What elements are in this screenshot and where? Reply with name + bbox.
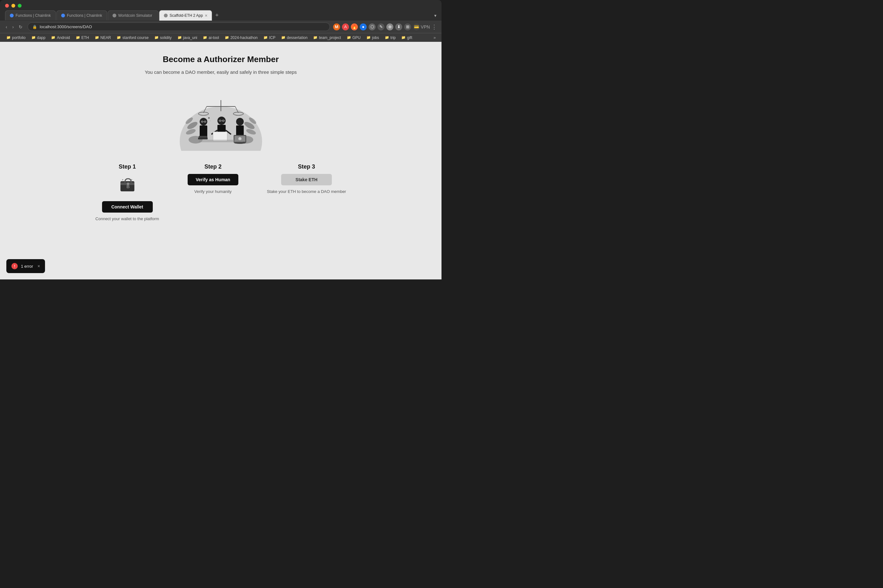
bookmark-ai-tool[interactable]: 📁 ai-tool — [200, 35, 222, 40]
extension-icon-6[interactable]: ⊕ — [386, 24, 393, 30]
bookmark-label: gift — [407, 36, 412, 40]
close-button[interactable] — [5, 4, 9, 8]
bookmark-java[interactable]: 📁 java_uni — [175, 35, 200, 40]
folder-icon: 📁 — [117, 36, 121, 40]
folder-icon: 📁 — [177, 36, 182, 40]
tab-label: Functions | Chainlink — [67, 13, 102, 18]
step-2-desc: Verify your humanity — [194, 189, 232, 194]
folder-icon: 📁 — [225, 36, 229, 40]
extension-icon-9[interactable]: 💳 — [413, 24, 420, 30]
extension-icon-4[interactable]: ⬡ — [369, 24, 375, 30]
svg-text:·: · — [210, 120, 211, 122]
step-1-title: Step 1 — [119, 164, 136, 170]
address-bar: ‹ › ↻ 🔒 localhost:3000/screens/DAO M A 🔥… — [0, 21, 442, 33]
extension-icon-1[interactable]: A — [342, 24, 349, 30]
bookmark-label: Android — [57, 36, 70, 40]
bookmark-label: solidity — [160, 36, 172, 40]
tab-close-icon[interactable]: × — [205, 13, 207, 18]
page-content: Become a Authorizer Member You can becom… — [0, 42, 442, 279]
bookmark-label: ai-tool — [209, 36, 219, 40]
connect-wallet-button[interactable]: Connect Wallet — [102, 201, 153, 213]
step-1-desc: Connect your wallet to the platform — [95, 216, 159, 221]
nav-buttons: ‹ › ↻ — [4, 23, 24, 31]
step-3-title: Step 3 — [298, 164, 315, 170]
svg-rect-36 — [199, 140, 243, 142]
new-tab-button[interactable]: + — [213, 11, 221, 20]
bookmark-solidity[interactable]: 📁 solidity — [152, 35, 174, 40]
bookmark-near[interactable]: 📁 NEAR — [92, 35, 113, 40]
tab-label: Scaffold-ETH 2 App — [170, 13, 203, 18]
reload-button[interactable]: ↻ — [17, 23, 24, 31]
bookmark-label: 2024-hackathon — [230, 36, 258, 40]
error-close-button[interactable]: × — [38, 264, 40, 268]
folder-icon: 📁 — [154, 36, 159, 40]
step-3-desc: Stake your ETH to become a DAO member — [267, 189, 346, 194]
bookmarks-more-icon[interactable]: » — [432, 34, 438, 40]
menu-button[interactable]: ⋮ — [431, 24, 438, 30]
svg-text:✦: ✦ — [207, 116, 210, 120]
svg-text:✦: ✦ — [122, 178, 124, 181]
bookmark-dessertation[interactable]: 📁 dessertation — [279, 35, 310, 40]
bookmark-portfolio[interactable]: 📁 portfolio — [4, 35, 28, 40]
tab-worldcoin[interactable]: Worldcoin Simulator — [108, 10, 158, 20]
folder-icon: 📁 — [313, 36, 318, 40]
bookmark-label: java_uni — [183, 36, 197, 40]
bookmark-label: ICP — [269, 36, 275, 40]
bookmark-label: portfolio — [12, 36, 26, 40]
step-2-title: Step 2 — [204, 164, 222, 170]
tab-favicon — [113, 14, 116, 17]
extension-icon-5[interactable]: ✎ — [377, 24, 384, 30]
back-button[interactable]: ‹ — [4, 23, 9, 31]
tab-label: Worldcoin Simulator — [118, 13, 152, 18]
folder-icon: 📁 — [32, 36, 36, 40]
bookmark-gpu[interactable]: 📁 GPU — [344, 35, 363, 40]
bookmarks-bar: 📁 portfolio 📁 dapp 📁 Android 📁 ETH 📁 NEA… — [0, 33, 442, 42]
bookmark-gift[interactable]: 📁 gift — [399, 35, 414, 40]
svg-text:✦: ✦ — [131, 178, 133, 181]
extension-icon-7[interactable]: ⬇ — [395, 24, 402, 30]
tab-functions-2[interactable]: Functions | Chainlink — [56, 10, 107, 20]
bookmark-hackathon[interactable]: 📁 2024-hackathon — [222, 35, 260, 40]
bookmark-stanford[interactable]: 📁 stanford course — [114, 35, 151, 40]
bookmark-android[interactable]: 📁 Android — [48, 35, 72, 40]
metamask-icon[interactable]: M — [333, 24, 340, 30]
tab-label: Functions | Chainlink — [15, 13, 51, 18]
extension-icon-2[interactable]: 🔥 — [351, 24, 358, 30]
step-1: Step 1 ✦ · · ✦ B Connect Wal — [95, 164, 159, 221]
stake-eth-button[interactable]: Stake ETH — [281, 174, 332, 185]
bookmark-label: NEAR — [101, 36, 111, 40]
bookmark-dapp[interactable]: 📁 dapp — [29, 35, 48, 40]
svg-text:B: B — [126, 184, 130, 189]
traffic-lights — [0, 0, 442, 10]
bookmark-icp[interactable]: 📁 ICP — [261, 35, 278, 40]
maximize-button[interactable] — [18, 4, 21, 8]
minimize-button[interactable] — [11, 4, 15, 8]
bookmark-label: dessertation — [287, 36, 308, 40]
vpn-button[interactable]: VPN — [422, 24, 429, 30]
extension-icon-8[interactable]: ⊞ — [404, 24, 411, 30]
extension-icon-3[interactable]: ● — [360, 24, 367, 30]
page-subtitle: You can become a DAO member, easily and … — [145, 69, 297, 75]
bookmark-jobs[interactable]: 📁 jobs — [364, 35, 381, 40]
tab-favicon — [61, 14, 65, 17]
verify-human-button[interactable]: Verify as Human — [188, 174, 238, 185]
bookmark-team-project[interactable]: 📁 team_project — [311, 35, 343, 40]
dao-illustration: ✦ · — [173, 87, 269, 151]
step-3: Step 3 Stake ETH Stake your ETH to becom… — [267, 164, 346, 194]
address-text: localhost:3000/screens/DAO — [40, 24, 92, 29]
error-toast: ! 1 error × — [6, 259, 45, 273]
tab-dropdown-icon[interactable]: ▾ — [434, 13, 436, 18]
bookmark-label: dapp — [37, 36, 46, 40]
tab-scaffold-eth[interactable]: Scaffold-ETH 2 App × — [159, 10, 212, 21]
tab-functions-1[interactable]: Functions | Chainlink — [5, 10, 56, 20]
bookmark-label: jobs — [372, 36, 379, 40]
steps-container: Step 1 ✦ · · ✦ B Connect Wal — [95, 164, 346, 221]
forward-button[interactable]: › — [11, 23, 16, 31]
bookmark-trip[interactable]: 📁 trip — [382, 35, 398, 40]
lock-icon: 🔒 — [32, 25, 37, 29]
address-input[interactable]: 🔒 localhost:3000/screens/DAO — [28, 22, 330, 31]
tab-favicon — [164, 14, 168, 17]
folder-icon: 📁 — [76, 36, 80, 40]
error-message: 1 error — [21, 264, 33, 268]
bookmark-eth[interactable]: 📁 ETH — [73, 35, 92, 40]
